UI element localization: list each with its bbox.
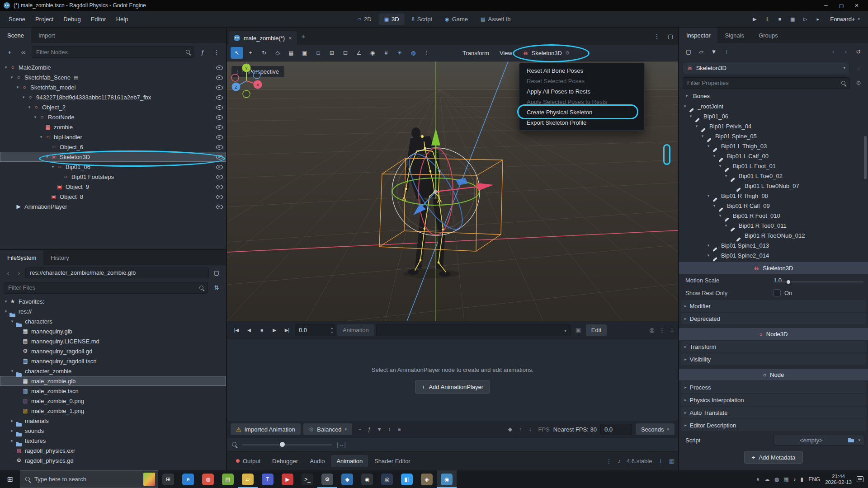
network-icon[interactable]: ◍ [774,476,779,483]
motion-scale-field[interactable]: 1.0 [774,277,868,284]
scene-tree-row[interactable]: Object_6 [0,142,226,152]
bone-tree-row[interactable]: Bip01 L Toe0Nub_07 [679,181,868,191]
file-tree-row[interactable]: ▸ sounds [0,426,226,436]
file-tree-row[interactable]: ragdoll_physics.exr [0,446,226,455]
bone-tree-row[interactable]: ▾ Bip01 R Toe0_011 [679,221,868,230]
animation-select-dropdown[interactable]: ▾ [376,324,571,336]
visibility-eye-icon[interactable] [215,84,223,91]
bone-tree-row[interactable]: ▾ Bip01 Spine1_013 [679,240,868,250]
bottom-panel-tab[interactable]: Animation [331,455,368,467]
save-resource-button[interactable]: ▼ [708,46,720,57]
expand-arrow-icon[interactable]: ▸ [9,428,15,433]
imported-animation-button[interactable]: ⚠ Imported Animation [231,423,301,435]
expand-arrow-icon[interactable]: ▸ [9,418,15,423]
tray-expand-icon[interactable]: ∧ [756,476,760,483]
seek-value-field[interactable]: 0.0 [600,424,632,435]
visibility-eye-icon[interactable] [215,94,223,101]
ungroup-nodes-button[interactable]: ⊟ [339,47,352,59]
axis-navigation-gizmo[interactable]: Y X Z [227,61,266,100]
add-metadata-button[interactable]: + Add Metadata [744,451,803,464]
property-group[interactable]: ▸ Modifier [681,300,866,312]
expand-arrow-icon[interactable]: ▾ [9,75,15,80]
display-icon[interactable]: ▦ [783,476,788,483]
bone-tree-row[interactable]: ▾ Bip01_06 [679,111,868,121]
expand-arrow-icon[interactable]: ▾ [3,65,9,70]
property-group[interactable]: ▸ Physics Interpolation [681,394,866,406]
property-tools-button[interactable]: ⚙ [853,77,864,89]
popup-menu-item[interactable]: Reset Selected Poses [519,76,644,86]
visibility-eye-icon[interactable] [215,123,223,131]
edge-icon[interactable]: e [178,470,198,488]
battery-icon[interactable]: ▮ [801,476,804,483]
media-player-icon[interactable]: ▶ [278,470,297,488]
slider-grabber[interactable] [787,280,790,284]
property-group[interactable]: ▸ Deprecated [681,313,866,324]
expand-arrow-icon[interactable]: ▾ [50,164,56,169]
file-tree-row[interactable]: ▾ characters [0,316,226,326]
track-list-icon[interactable]: ≡ [395,426,404,432]
bone-tree-row[interactable]: ▾ Bip01 R Foot_010 [679,211,868,221]
property-group[interactable]: ▸ Visibility [681,353,866,365]
sort-files-button[interactable]: ⇅ [211,282,222,294]
onedrive-icon[interactable]: ☁ [764,476,770,483]
scene-dock-tab[interactable]: Import [31,28,62,43]
scene-tree-row[interactable]: ▾ Object_2 [0,102,226,112]
expand-arrow-icon[interactable]: ▾ [9,369,15,373]
file-tree-row[interactable]: mannequiny.LICENSE.md [0,336,226,346]
onion-skinning-icon[interactable]: ◎ [649,327,654,333]
expand-arrow-icon[interactable]: ▾ [717,164,723,168]
current-path[interactable]: res://character_zombie/male_zombie.glb [25,267,209,278]
inspector-dock-tab[interactable]: Signals [717,28,751,43]
scene-tree-row[interactable]: ▾ Sketchfab_Scene ▤ [0,72,226,82]
ruler-tool[interactable]: ∠ [353,47,365,59]
sort-tracks-icon[interactable]: ↕ [385,426,394,432]
popup-menu-item[interactable]: Apply All Poses to Rests [519,86,644,97]
preview-environment-toggle[interactable]: ◍ [407,47,420,59]
scene-tree-row[interactable]: ▾ Skeleton3D [0,152,226,162]
history-back-button[interactable]: ‹ [827,46,839,57]
menu-item[interactable]: Help [111,14,133,25]
pause-button[interactable]: ‖ [761,14,773,24]
steam-icon[interactable]: ◎ [377,470,397,488]
property-group[interactable]: ▸ Editor Description [681,419,866,431]
play-custom-scene-button[interactable]: ▸ [812,14,824,24]
object-extras-button[interactable]: ≡ [853,62,864,74]
volume-icon[interactable]: ♪ [793,476,796,483]
scene-tree-row[interactable]: ▾ 94322718bd9d4333abbc1178161a2eb7_fbx [0,92,226,102]
file-tree-row[interactable]: ▸ textures [0,436,226,446]
clock[interactable]: 21:44 2026-02-13 [825,474,852,485]
add-node-button[interactable]: + [4,46,15,58]
workspace-tab-game[interactable]: ◉ Game [439,14,473,25]
bone-tree-row[interactable]: ▾ Bip01 L Thigh_03 [679,141,868,151]
expand-arrow-icon[interactable]: ▾ [705,243,712,248]
scene-tree-row[interactable]: ▾ RootNode [0,112,226,122]
filesystem-dock-tab[interactable]: History [43,250,76,265]
workspace-tab-assetlib[interactable]: ▤ AssetLib [475,14,516,25]
show-rest-only-checkbox[interactable] [774,289,781,296]
history-forward-button[interactable]: › [840,46,852,57]
godot-icon[interactable]: ◉ [437,470,457,488]
visibility-eye-icon[interactable] [215,113,223,121]
bezier-icon[interactable]: ƒ [365,426,374,432]
visibility-eye-icon[interactable] [215,173,223,180]
bottom-panel-tab[interactable]: Audio [304,455,330,467]
filter-tracks-icon[interactable]: ▼ [375,426,384,432]
new-scene-tab-button[interactable]: + [297,33,310,40]
office-icon[interactable]: ▤ [218,470,238,488]
camera-preview-button[interactable]: ◉ [366,47,379,59]
visibility-eye-icon[interactable] [215,133,223,141]
bottom-panel-tab[interactable]: Output [231,455,266,467]
animation-more-icon[interactable]: ⋮ [659,327,665,333]
teams-icon[interactable]: T [258,470,278,488]
property-group[interactable]: ▸ Process [681,381,866,393]
file-explorer-icon[interactable]: ▱ [238,470,258,488]
play-backwards-from-end-button[interactable]: |◀ [231,325,242,336]
file-tree-row[interactable]: ▸ materials [0,416,226,426]
scene-tree-options-button[interactable]: ⋮ [211,46,222,58]
expand-arrow-icon[interactable]: ▾ [26,105,33,109]
expand-arrow-icon[interactable]: ▾ [723,223,729,228]
stop-animation-button[interactable]: ■ [256,325,268,336]
workspace-tab-2d[interactable]: ▱ 2D [352,14,377,25]
expand-arrow-icon[interactable]: ▾ [705,193,712,198]
property-group[interactable]: ▸ Auto Translate [681,407,866,418]
